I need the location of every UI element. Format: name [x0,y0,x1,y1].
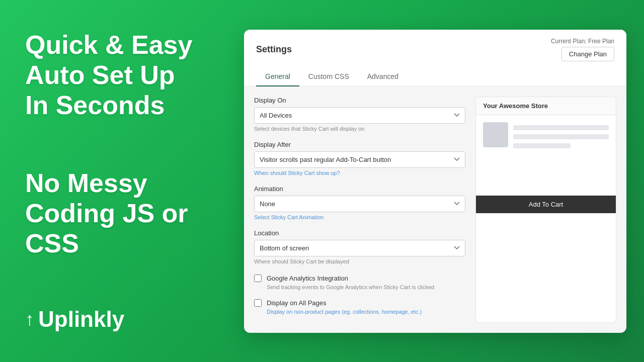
display-all-pages-desc: Display on non-product pages (eg. collec… [267,309,422,315]
tab-advanced[interactable]: Advanced [358,67,408,86]
tabs: General Custom CSS Advanced [256,67,614,86]
preview-product [483,122,609,148]
settings-form: Display On All Devices Desktop Only Mobi… [254,97,475,323]
location-hint: Where should Sticky Cart be displayed [254,258,465,264]
location-select[interactable]: Bottom of screen Top of screen [254,240,465,256]
display-after-label: Display After [254,141,465,148]
change-plan-button[interactable]: Change Plan [561,47,614,61]
display-on-group: Display On All Devices Desktop Only Mobi… [254,97,465,132]
preview-line-1 [513,125,609,130]
brand-name: Uplinkly [38,307,124,332]
google-analytics-label[interactable]: Google Analytics Integration [267,275,348,282]
animation-group: Animation None Slide Up Fade In Select S… [254,185,465,220]
left-panel: Quick & Easy Auto Set Up In Seconds No M… [0,0,226,362]
google-analytics-desc: Send tracking events to Google Analytics… [267,284,434,290]
plan-info: Current Plan: Free Plan Change Plan [551,38,614,61]
display-all-pages-checkbox[interactable] [254,299,262,307]
display-on-select[interactable]: All Devices Desktop Only Mobile Only [254,107,465,124]
tab-general[interactable]: General [256,67,299,86]
secondary-headline: No Messy Coding JS or CSS [25,168,201,258]
preview-line-2 [513,134,609,139]
display-all-pages-group: Display on All Pages Display on non-prod… [254,298,465,315]
animation-hint: Select Sticky Cart Animation [254,214,465,220]
display-on-hint: Select devices that Sticky Cart will dis… [254,126,465,132]
animation-select[interactable]: None Slide Up Fade In [254,196,465,212]
preview-store-name: Your Awesome Store [476,97,616,115]
settings-panel: Settings Current Plan: Free Plan Change … [244,30,626,333]
display-after-select[interactable]: Visitor scrolls past regular Add-To-Cart… [254,151,465,168]
location-group: Location Bottom of screen Top of screen … [254,229,465,264]
preview-body [476,115,616,196]
preview-line-3 [513,143,571,148]
preview-panel: Your Awesome Store Add To Cart [475,97,616,323]
display-on-label: Display On [254,97,465,104]
preview-add-to-cart: Add To Cart [476,196,616,213]
display-after-hint: When should Sticky Cart show up? [254,170,465,176]
google-analytics-group: Google Analytics Integration Send tracki… [254,274,465,290]
animation-label: Animation [254,185,465,193]
current-plan-text: Current Plan: Free Plan [551,38,614,45]
google-analytics-checkbox[interactable] [254,275,262,282]
settings-content: Display On All Devices Desktop Only Mobi… [244,86,626,333]
tab-custom-css[interactable]: Custom CSS [299,67,358,86]
preview-product-lines [513,125,609,148]
brand: ↑ Uplinkly [25,307,201,332]
settings-header: Settings Current Plan: Free Plan Change … [244,30,626,86]
location-label: Location [254,229,465,237]
brand-arrow-icon: ↑ [25,309,34,330]
display-after-group: Display After Visitor scrolls past regul… [254,141,465,176]
display-all-pages-label[interactable]: Display on All Pages [267,299,327,307]
settings-container: Settings Current Plan: Free Plan Change … [226,0,644,362]
settings-title: Settings [256,44,292,55]
headline-text: Quick & Easy Auto Set Up In Seconds [25,30,201,120]
preview-product-image [483,122,508,147]
